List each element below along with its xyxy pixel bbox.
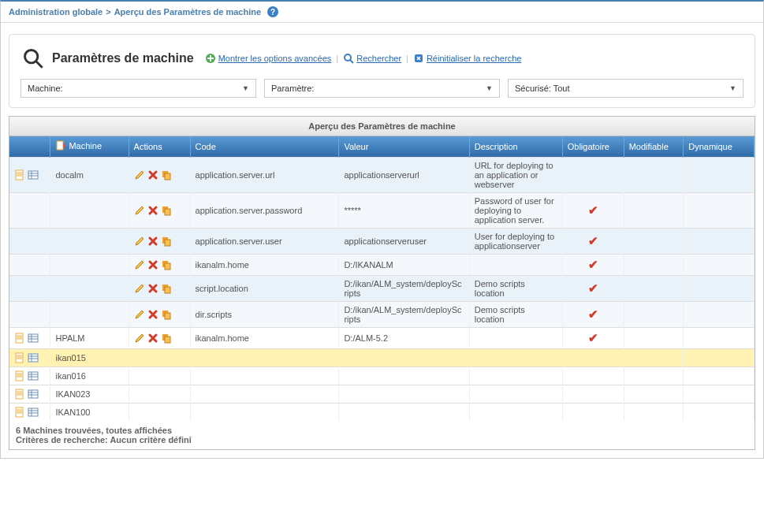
list-icon[interactable] <box>28 389 39 400</box>
results-table-title: Aperçu des Paramètres de machine <box>9 117 755 136</box>
check-icon: ✔ <box>588 307 598 321</box>
table-row[interactable]: IKAN023 <box>9 385 755 404</box>
plus-icon <box>205 53 216 64</box>
table-row[interactable]: application.server.userapplicationserver… <box>9 229 755 255</box>
copy-icon[interactable] <box>161 205 172 216</box>
desc-cell: User for deploying to applicationserver <box>469 229 562 255</box>
show-advanced-link[interactable]: Montrer les options avancées <box>205 53 332 64</box>
table-row[interactable]: dir.scriptsD:/ikan/ALM_system/deployScri… <box>9 302 755 328</box>
doc-icon[interactable] <box>14 370 25 381</box>
value-cell <box>339 385 469 404</box>
col-mandatory[interactable]: Obligatoire <box>562 136 624 158</box>
code-cell: application.server.user <box>190 229 339 255</box>
mandatory-cell: ✔ <box>562 229 624 255</box>
table-row[interactable]: ikanalm.homeD:/IKANALM✔ <box>9 255 755 276</box>
machine-select[interactable]: Machine: ▼ <box>20 79 256 98</box>
svg-rect-27 <box>16 371 23 381</box>
svg-rect-29 <box>16 389 23 399</box>
mandatory-cell <box>562 367 624 385</box>
table-row[interactable]: ikan016 <box>9 367 755 385</box>
editable-cell <box>624 158 684 193</box>
dynamic-cell <box>684 193 755 229</box>
delete-icon[interactable] <box>147 169 158 180</box>
param-select[interactable]: Paramètre: ▼ <box>264 79 500 98</box>
edit-icon[interactable] <box>134 309 145 320</box>
dynamic-cell <box>684 276 755 302</box>
doc-icon[interactable] <box>14 333 25 344</box>
doc-icon[interactable] <box>14 407 25 418</box>
list-icon[interactable] <box>28 169 39 180</box>
table-row[interactable]: application.server.password*****Password… <box>9 193 755 229</box>
actions-cell <box>129 193 190 229</box>
list-icon[interactable] <box>28 370 39 381</box>
col-value[interactable]: Valeur <box>339 136 469 158</box>
dynamic-cell <box>684 404 755 422</box>
col-machine[interactable]: Machine <box>50 136 129 158</box>
list-icon[interactable] <box>28 352 39 363</box>
row-icons-cell <box>9 158 50 193</box>
search-header: Paramètres de machine Montrer les option… <box>20 46 744 71</box>
mandatory-cell: ✔ <box>562 193 624 229</box>
editable-cell <box>624 349 684 367</box>
edit-icon[interactable] <box>134 333 145 344</box>
list-icon[interactable] <box>28 333 39 344</box>
svg-rect-20 <box>165 313 170 319</box>
search-title: Paramètres de machine <box>52 51 194 65</box>
code-cell <box>190 404 339 422</box>
copy-icon[interactable] <box>161 283 172 294</box>
edit-icon[interactable] <box>134 205 145 216</box>
link-divider: | <box>336 54 338 63</box>
table-row[interactable]: IKAN100 <box>9 404 755 422</box>
desc-cell: Demo scripts location <box>469 302 562 328</box>
mandatory-cell: ✔ <box>562 276 624 302</box>
list-icon[interactable] <box>28 407 39 418</box>
sort-icon <box>55 140 66 151</box>
delete-icon[interactable] <box>147 236 158 247</box>
copy-icon[interactable] <box>161 309 172 320</box>
col-blank <box>9 136 50 158</box>
edit-icon[interactable] <box>134 283 145 294</box>
svg-rect-30 <box>28 390 38 398</box>
delete-icon[interactable] <box>147 333 158 344</box>
code-cell: application.server.password <box>190 193 339 229</box>
col-editable[interactable]: Modifiable <box>624 136 684 158</box>
edit-icon[interactable] <box>134 169 145 180</box>
value-cell: ***** <box>339 193 469 229</box>
row-icons-cell <box>9 276 50 302</box>
table-row[interactable]: docalm application.server.urlapplication… <box>9 158 755 193</box>
svg-rect-31 <box>16 407 23 417</box>
delete-icon[interactable] <box>147 283 158 294</box>
doc-icon[interactable] <box>14 169 25 180</box>
code-cell <box>190 349 339 367</box>
copy-icon[interactable] <box>161 236 172 247</box>
help-icon[interactable]: ? <box>267 6 278 17</box>
delete-icon[interactable] <box>147 259 158 270</box>
footer-status: 6 Machines trouvées, toutes affichées Cr… <box>9 421 755 449</box>
table-row[interactable]: ikan015 <box>9 349 755 367</box>
code-cell: ikanalm.home <box>190 328 339 349</box>
code-cell <box>190 367 339 385</box>
reset-search-link[interactable]: Réinitialiser la recherche <box>413 53 521 64</box>
search-label: Rechercher <box>356 54 401 63</box>
col-code[interactable]: Code <box>190 136 339 158</box>
edit-icon[interactable] <box>134 259 145 270</box>
dynamic-cell <box>684 385 755 404</box>
row-icons-cell <box>9 328 50 349</box>
table-row[interactable]: script.locationD:/ikan/ALM_system/deploy… <box>9 276 755 302</box>
delete-icon[interactable] <box>147 205 158 216</box>
secure-select[interactable]: Sécurisé: Tout ▼ <box>508 79 744 98</box>
delete-icon[interactable] <box>147 309 158 320</box>
col-description[interactable]: Description <box>469 136 562 158</box>
edit-icon[interactable] <box>134 236 145 247</box>
table-header-row: Machine Actions Code Valeur Description … <box>9 136 755 158</box>
copy-icon[interactable] <box>161 333 172 344</box>
table-row[interactable]: HPALM ikanalm.homeD:/ALM-5.2✔ <box>9 328 755 349</box>
breadcrumb-root[interactable]: Administration globale <box>9 7 102 17</box>
doc-icon[interactable] <box>14 352 25 363</box>
svg-line-4 <box>350 60 353 63</box>
copy-icon[interactable] <box>161 169 172 180</box>
col-dynamic[interactable]: Dynamique <box>684 136 755 158</box>
doc-icon[interactable] <box>14 389 25 400</box>
search-link[interactable]: Rechercher <box>343 53 401 64</box>
copy-icon[interactable] <box>161 259 172 270</box>
